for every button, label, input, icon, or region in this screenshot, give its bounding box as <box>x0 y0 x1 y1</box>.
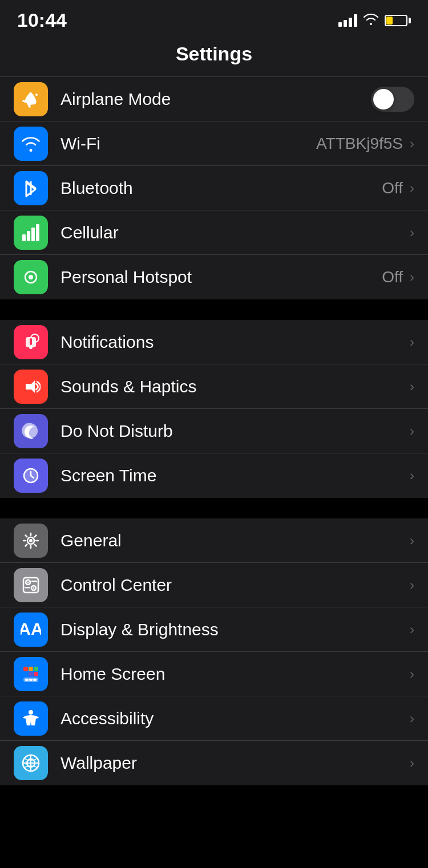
svg-rect-33 <box>25 679 29 681</box>
display-brightness-label: Display & Brightness <box>60 620 219 639</box>
svg-rect-27 <box>29 667 33 671</box>
svg-rect-4 <box>31 228 35 241</box>
bluetooth-label: Bluetooth <box>60 179 133 198</box>
signal-bars-icon <box>338 14 357 27</box>
cellular-label: Cellular <box>60 223 119 242</box>
setting-row-bluetooth[interactable]: Bluetooth Off › <box>0 166 428 210</box>
do-not-disturb-chevron-icon: › <box>410 423 414 439</box>
do-not-disturb-label: Do Not Disturb <box>60 421 173 441</box>
section-general: General › Control Center › <box>0 518 428 785</box>
svg-rect-21 <box>31 581 37 582</box>
do-not-disturb-icon <box>14 414 48 448</box>
svg-point-6 <box>29 275 33 279</box>
svg-rect-2 <box>22 234 26 241</box>
svg-point-36 <box>29 710 33 715</box>
accessibility-icon <box>14 701 48 736</box>
setting-row-control-center[interactable]: Control Center › <box>0 563 428 607</box>
page-title: Settings <box>0 43 428 65</box>
cellular-chevron-icon: › <box>410 225 414 241</box>
svg-point-20 <box>27 581 29 583</box>
svg-rect-31 <box>34 672 38 676</box>
svg-rect-3 <box>27 231 30 241</box>
svg-rect-28 <box>34 667 38 671</box>
sounds-haptics-icon <box>14 370 48 404</box>
cellular-icon <box>14 216 48 250</box>
notifications-chevron-icon: › <box>410 334 414 350</box>
section-notifications: Notifications › Sounds & Haptics › <box>0 320 428 498</box>
svg-rect-22 <box>25 587 30 589</box>
general-icon <box>14 524 48 558</box>
setting-row-airplane-mode[interactable]: Airplane Mode <box>0 77 428 121</box>
page-title-bar: Settings <box>0 37 428 77</box>
bluetooth-icon <box>14 171 48 205</box>
wifi-label: Wi-Fi <box>60 134 100 153</box>
wifi-value: ATTBKj9f5S <box>316 135 403 153</box>
screen-time-chevron-icon: › <box>410 468 414 484</box>
personal-hotspot-label: Personal Hotspot <box>60 267 192 287</box>
svg-rect-34 <box>29 679 33 681</box>
general-label: General <box>60 531 122 550</box>
setting-row-home-screen[interactable]: Home Screen › <box>0 652 428 696</box>
home-screen-chevron-icon: › <box>410 666 414 682</box>
setting-row-sounds-haptics[interactable]: Sounds & Haptics › <box>0 364 428 409</box>
setting-row-screen-time[interactable]: Screen Time › <box>0 453 428 498</box>
svg-rect-29 <box>23 672 28 676</box>
general-chevron-icon: › <box>410 533 414 549</box>
wifi-status-icon <box>363 13 379 29</box>
personal-hotspot-value: Off <box>382 268 403 286</box>
svg-rect-12 <box>30 338 32 345</box>
svg-rect-30 <box>29 672 33 676</box>
setting-row-general[interactable]: General › <box>0 518 428 563</box>
svg-marker-13 <box>26 380 35 393</box>
svg-point-0 <box>35 94 38 96</box>
status-bar: 10:44 <box>0 0 428 37</box>
svg-rect-26 <box>23 667 28 671</box>
svg-text:AA: AA <box>21 619 41 638</box>
setting-row-wifi[interactable]: Wi-Fi ATTBKj9f5S › <box>0 121 428 166</box>
control-center-icon <box>14 568 48 602</box>
personal-hotspot-chevron-icon: › <box>410 269 414 285</box>
display-brightness-chevron-icon: › <box>410 622 414 638</box>
control-center-label: Control Center <box>60 575 172 595</box>
status-time: 10:44 <box>17 9 67 31</box>
setting-row-accessibility[interactable]: Accessibility › <box>0 696 428 741</box>
svg-point-24 <box>33 587 35 589</box>
screen-time-label: Screen Time <box>60 466 156 485</box>
wifi-chevron-icon: › <box>410 136 414 152</box>
svg-rect-18 <box>23 578 38 593</box>
setting-row-personal-hotspot[interactable]: Personal Hotspot Off › <box>0 255 428 299</box>
airplane-mode-icon <box>14 82 48 116</box>
personal-hotspot-icon <box>14 260 48 294</box>
svg-point-11 <box>29 346 33 349</box>
svg-point-16 <box>29 539 33 542</box>
airplane-mode-label: Airplane Mode <box>60 90 171 109</box>
notifications-label: Notifications <box>60 332 154 352</box>
wallpaper-chevron-icon: › <box>410 755 414 771</box>
home-screen-icon <box>14 657 48 691</box>
section-gap-2 <box>0 498 428 518</box>
accessibility-chevron-icon: › <box>410 711 414 727</box>
svg-rect-35 <box>33 679 37 681</box>
wallpaper-icon <box>14 746 48 780</box>
setting-row-do-not-disturb[interactable]: Do Not Disturb › <box>0 409 428 453</box>
status-icons <box>338 13 411 29</box>
bluetooth-value: Off <box>382 179 403 197</box>
sounds-haptics-label: Sounds & Haptics <box>60 377 196 396</box>
control-center-chevron-icon: › <box>410 577 414 593</box>
home-screen-label: Home Screen <box>60 664 165 684</box>
notifications-icon <box>14 325 48 359</box>
airplane-mode-toggle[interactable] <box>371 87 414 112</box>
setting-row-display-brightness[interactable]: AA Display & Brightness › <box>0 607 428 652</box>
setting-row-notifications[interactable]: Notifications › <box>0 320 428 364</box>
battery-icon <box>385 15 411 26</box>
accessibility-label: Accessibility <box>60 709 154 728</box>
section-gap-1 <box>0 299 428 320</box>
wifi-icon <box>14 127 48 161</box>
setting-row-cellular[interactable]: Cellular › <box>0 210 428 255</box>
bluetooth-chevron-icon: › <box>410 180 414 196</box>
sounds-haptics-chevron-icon: › <box>410 379 414 395</box>
display-brightness-icon: AA <box>14 613 48 647</box>
section-connectivity: Airplane Mode Wi-Fi ATTBKj9f5S › <box>0 77 428 299</box>
setting-row-wallpaper[interactable]: Wallpaper › <box>0 741 428 785</box>
svg-rect-5 <box>36 224 39 241</box>
